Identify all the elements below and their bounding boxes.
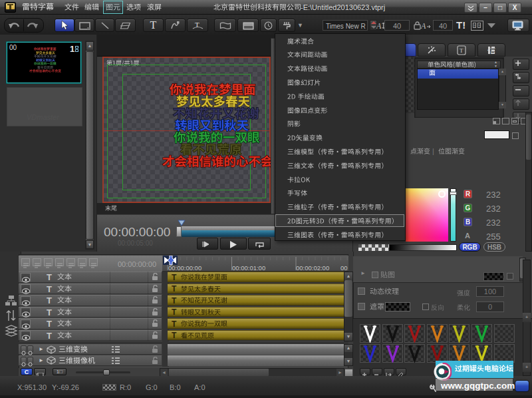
svg-text:A: A: [376, 21, 382, 30]
svg-text:T: T: [460, 47, 464, 54]
svg-text:A: A: [421, 21, 426, 30]
